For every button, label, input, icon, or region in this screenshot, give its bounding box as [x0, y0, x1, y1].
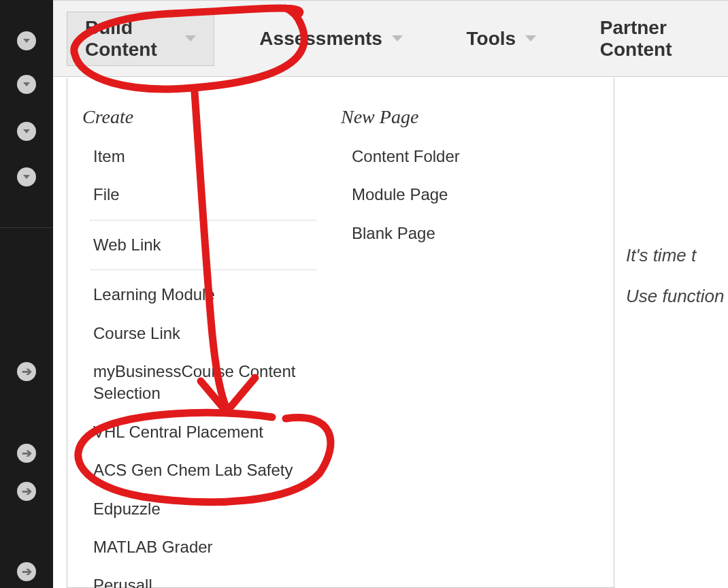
dropdown-column-create: Create Item File Web Link Learning Modul…	[67, 97, 326, 587]
menu-label: Build Content	[85, 17, 176, 61]
arrow-right-icon: ➔	[22, 447, 32, 459]
menu-item-course-link[interactable]: Course Link	[81, 314, 326, 353]
sidebar-arrow-button-1[interactable]: ➔	[17, 362, 36, 381]
left-sidebar: ➔ ➔ ➔ ➔	[0, 0, 53, 588]
chevron-down-icon	[23, 82, 30, 86]
sidebar-arrow-button-4[interactable]: ➔	[17, 562, 36, 581]
content-toolbar: Build Content Assessments Tools Partner …	[53, 0, 728, 77]
menu-item-content-folder[interactable]: Content Folder	[340, 137, 584, 176]
sidebar-nav-button-4[interactable]	[17, 167, 36, 186]
dropdown-column-new-page: New Page Content Folder Module Page Blan…	[326, 97, 584, 587]
arrow-right-icon: ➔	[22, 485, 32, 497]
menu-item-blank-page[interactable]: Blank Page	[340, 214, 584, 252]
menu-label: Tools	[467, 28, 516, 50]
empty-state-text: It's time t Use function	[626, 235, 728, 316]
build-content-menu-button[interactable]: Build Content	[67, 12, 214, 66]
menu-item-web-link[interactable]: Web Link	[81, 226, 326, 264]
arrow-right-icon: ➔	[22, 365, 32, 378]
menu-separator	[90, 270, 316, 270]
empty-state-line-1: It's time t	[626, 235, 728, 276]
partner-content-menu-button[interactable]: Partner Content	[582, 12, 728, 66]
empty-state-line-2: Use function	[626, 276, 728, 316]
build-content-dropdown: Create Item File Web Link Learning Modul…	[67, 78, 614, 588]
sidebar-nav-button-3[interactable]	[17, 122, 36, 141]
chevron-down-icon	[23, 129, 30, 133]
sidebar-separator	[0, 227, 53, 228]
menu-item-acs-gen-chem[interactable]: ACS Gen Chem Lab Safety	[81, 451, 326, 489]
menu-item-learning-module[interactable]: Learning Module	[81, 276, 326, 314]
menu-item-module-page[interactable]: Module Page	[340, 176, 584, 214]
menu-label: Assessments	[259, 28, 382, 50]
assessments-menu-button[interactable]: Assessments	[241, 12, 421, 66]
column-header-create: Create	[81, 97, 326, 137]
sidebar-nav-button-1[interactable]	[17, 31, 36, 50]
menu-item-edpuzzle[interactable]: Edpuzzle	[81, 490, 326, 528]
menu-item-mybusinesscourse[interactable]: myBusinessCourse Content Selection	[81, 353, 326, 413]
menu-item-matlab-grader[interactable]: MATLAB Grader	[81, 528, 326, 566]
chevron-down-icon	[185, 35, 196, 42]
menu-label: Partner Content	[600, 17, 710, 61]
chevron-down-icon	[525, 35, 536, 42]
menu-item-vhl-central[interactable]: VHL Central Placement	[81, 413, 326, 451]
menu-separator	[90, 220, 316, 220]
chevron-down-icon	[23, 39, 30, 43]
menu-item-perusall[interactable]: Perusall	[81, 566, 326, 588]
sidebar-arrow-button-2[interactable]: ➔	[17, 444, 36, 463]
arrow-right-icon: ➔	[22, 566, 32, 578]
sidebar-arrow-button-3[interactable]: ➔	[17, 482, 36, 501]
column-header-new-page: New Page	[340, 97, 584, 137]
chevron-down-icon	[392, 35, 403, 42]
menu-item-item[interactable]: Item	[81, 137, 326, 176]
sidebar-nav-button-2[interactable]	[17, 75, 36, 94]
tools-menu-button[interactable]: Tools	[448, 12, 555, 66]
chevron-down-icon	[23, 175, 30, 179]
menu-item-file[interactable]: File	[81, 176, 326, 214]
